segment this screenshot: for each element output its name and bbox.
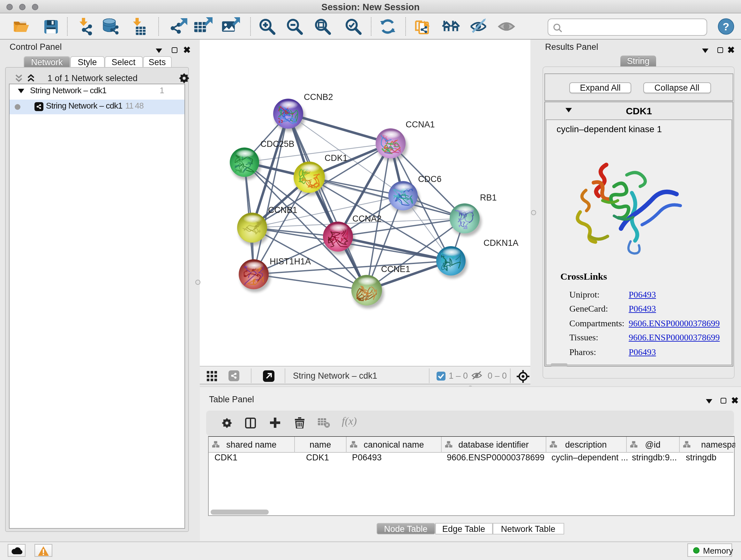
svg-text:?: ?	[723, 20, 729, 32]
svg-text:CCNE1: CCNE1	[381, 264, 410, 274]
svg-text:RB1: RB1	[480, 193, 497, 202]
svg-text:CCNB2: CCNB2	[304, 92, 333, 102]
svg-text:CCNB1: CCNB1	[268, 205, 297, 215]
svg-text:CDC6: CDC6	[418, 174, 442, 184]
svg-text:CDKN1A: CDKN1A	[483, 238, 519, 248]
svg-text:HIST1H1A: HIST1H1A	[270, 257, 311, 266]
svg-text:CCNA1: CCNA1	[406, 120, 435, 129]
svg-text:CDK1: CDK1	[325, 153, 347, 163]
svg-text:CDC25B: CDC25B	[260, 139, 294, 149]
svg-text:CCNA2: CCNA2	[352, 214, 382, 224]
